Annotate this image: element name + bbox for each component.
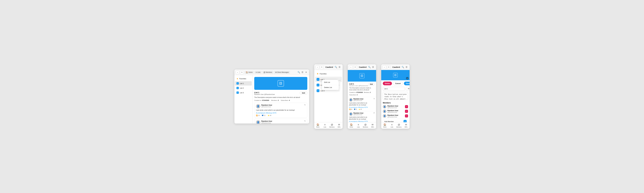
list-edit-button[interactable]: Edit	[300, 91, 307, 95]
p2-search-button[interactable]: 🔍	[334, 65, 338, 69]
p4-nav-home[interactable]: 🏠 Home	[381, 122, 388, 129]
panel-body: ★ Favorites ≡ List 1 ≡ List 2 ≡ List 3 🖼	[234, 75, 309, 124]
p3-nav-lists[interactable]: ≡ Lists	[355, 122, 362, 129]
tab-mentions[interactable]: @ Mentions	[262, 71, 274, 74]
p4-title: Cawbird	[391, 66, 401, 68]
back-button[interactable]: ‹	[236, 70, 239, 74]
tweet-actions-1: 🔁 10 💙 21 ⭐ 42	[256, 115, 306, 116]
p3-lists-icon: ≡	[358, 123, 359, 126]
list-name-input[interactable]	[383, 87, 405, 91]
list1-icon: ≡	[236, 82, 239, 85]
p2-nav-lists[interactable]: ≡ Lists	[321, 122, 328, 129]
mentions-nav-icon: @	[331, 123, 333, 126]
p3-menu-button[interactable]: ☰	[371, 65, 375, 69]
p3-search-button[interactable]: 🔍	[368, 65, 371, 69]
star-icon: ★	[236, 77, 238, 80]
p3-home-icon: 🏠	[350, 123, 353, 126]
p2-list: ★ Favorites ≡ List 1 ⋯ ≡ List 2 ⋯ ≡ List…	[314, 70, 342, 122]
remove-member-2-button[interactable]: −	[405, 110, 408, 113]
p2-nav-mentions[interactable]: @ Mentions	[328, 122, 336, 129]
member-avatar-1: 👤	[383, 105, 386, 108]
p4-search-button[interactable]: 🔍	[401, 65, 405, 69]
panel-lists: ‹ ✏ Cawbird 🔍 ☰ ★ Favorites ≡ List 1 ⋯ ≡…	[314, 64, 342, 129]
tweet-hashtags-1[interactable]: #Loremipsum #Mockup #GTK	[256, 112, 306, 114]
favorites-star-icon: ★	[316, 72, 319, 75]
p3-back-button[interactable]: ‹	[349, 65, 353, 69]
sidebar-item-favorites[interactable]: ★ Favorites	[235, 76, 252, 81]
p4-menu-button[interactable]: ☰	[405, 65, 408, 69]
tweet-text-1: I just wrote a text which is an placehol…	[256, 109, 306, 111]
like-action-1[interactable]: 💙 21	[262, 115, 266, 116]
sidebar-item-list1[interactable]: ≡ List 1	[235, 81, 252, 86]
p2-edit-button[interactable]: ✏	[320, 65, 324, 69]
panel-list-detail: ‹ ✏ Cawbird 🔍 ☰ 🖼 List 1 Random User @Ra…	[348, 64, 376, 129]
tweet-user-1: Random User @RandomUser	[261, 104, 272, 108]
p3-list-name: List 1	[349, 83, 368, 85]
save-button[interactable]: Save	[404, 82, 410, 85]
p2-menu-button[interactable]: ☰	[338, 65, 341, 69]
privacy-select[interactable]: PrivatePublic	[406, 87, 410, 91]
list-title: List 1	[254, 91, 275, 94]
p3-edit-button[interactable]: ✏	[354, 65, 357, 69]
p3-tweet-2: 👤 Random User @RandomUser 2h I just wrot…	[348, 111, 376, 122]
list-info-header: List 1 Random User @RandomUser Edit	[254, 91, 307, 95]
member-row-2: 👤 Random User @RandomUser −	[383, 110, 408, 113]
member-avatar-2: 👤	[383, 110, 386, 113]
context-delete-list[interactable]: Delete List	[322, 85, 339, 90]
search-button[interactable]: 🔍	[297, 70, 300, 74]
p2-back-button[interactable]: ‹	[316, 65, 319, 69]
remove-member-1-button[interactable]: −	[405, 105, 408, 108]
p4-banner-icon: 🖼	[393, 73, 398, 77]
description-textarea[interactable]	[383, 92, 408, 100]
p3-created-on: Created on: 07/24/2020	[349, 92, 363, 93]
p3-edit-btn[interactable]: Edit	[368, 83, 374, 86]
p3-nav-dm[interactable]: ✉ DM's	[369, 122, 376, 129]
lists-icon: ≡	[256, 71, 257, 73]
p2-nav-home[interactable]: 🏠 Home	[314, 122, 321, 129]
p2-nav-dm[interactable]: ✉ DM's	[336, 122, 342, 129]
dm-icon: ✉	[275, 71, 277, 73]
p3-rt-1[interactable]: 🔁 10	[349, 109, 352, 110]
cancel-button[interactable]: Cancel	[393, 82, 403, 85]
member-info-1: Random User @RandomUser	[388, 105, 404, 108]
delete-button[interactable]: Delete	[383, 82, 392, 85]
p3-nav-home[interactable]: 🏠 Home	[348, 122, 355, 129]
list-owner: Random User @RandomUser	[254, 94, 275, 95]
context-menu-trigger[interactable]: ⋯	[338, 78, 342, 82]
p4-nav-dm[interactable]: ✉ DM's	[402, 122, 410, 129]
p4-nav-mentions[interactable]: @ Mentions	[396, 122, 402, 129]
p4-dm-icon: ✉	[405, 123, 407, 126]
list2-icon: ≡	[236, 87, 239, 89]
list2-sm-icon: ≡	[316, 84, 320, 86]
p3-like-1[interactable]: 💙 21	[354, 109, 357, 110]
close-button[interactable]: ✕	[304, 70, 308, 74]
tweet-avatar-1: 👤	[256, 104, 260, 108]
tweet-card-1: 👤 Random User @RandomUser 7h I just wrot…	[254, 103, 307, 118]
menu-button[interactable]: ☰	[300, 70, 304, 74]
list-meta: Created on: 07/24/2020 Members: 2 Subscr…	[254, 100, 307, 101]
p4-edit-button[interactable]: ✏	[387, 65, 390, 69]
tab-home[interactable]: 🏠 Home	[244, 71, 254, 74]
tab-lists[interactable]: ≡ Lists	[254, 71, 262, 74]
add-member-row[interactable]: Add Member +	[383, 119, 408, 122]
sidebar: ★ Favorites ≡ List 1 ≡ List 2 ≡ List 3	[234, 75, 252, 124]
edit-icon-button[interactable]: ✏	[240, 70, 244, 74]
sidebar-item-list3[interactable]: ≡ List 3	[235, 90, 252, 95]
p4-name-privacy-row: PrivatePublic	[383, 87, 408, 91]
add-member-plus-button[interactable]: +	[404, 120, 406, 122]
context-edit-list[interactable]: Edit List	[322, 80, 339, 85]
tab-dm[interactable]: ✉ Direct Messages	[274, 71, 290, 74]
p4-banner-edit[interactable]: ✏	[406, 77, 408, 79]
retweet-action-1[interactable]: 🔁 10	[256, 115, 260, 116]
p3-star-1[interactable]: ⭐ 42	[358, 109, 362, 110]
list3-icon: ≡	[236, 91, 239, 94]
p3-subscribers: Subscribers: 4	[349, 94, 358, 96]
star-action-1[interactable]: ⭐ 42	[268, 115, 272, 116]
sidebar-item-list2[interactable]: ≡ List 2	[235, 86, 252, 90]
p3-nav-mentions[interactable]: @ Mentions	[362, 122, 369, 129]
p4-nav-lists[interactable]: ≡ Lists	[388, 122, 396, 129]
p4-back-button[interactable]: ‹	[382, 65, 386, 69]
panel2-header: ‹ ✏ Cawbird 🔍 ☰	[314, 64, 342, 70]
p2-item-favorites[interactable]: ★ Favorites	[315, 71, 342, 76]
remove-member-3-button[interactable]: −	[405, 114, 408, 117]
